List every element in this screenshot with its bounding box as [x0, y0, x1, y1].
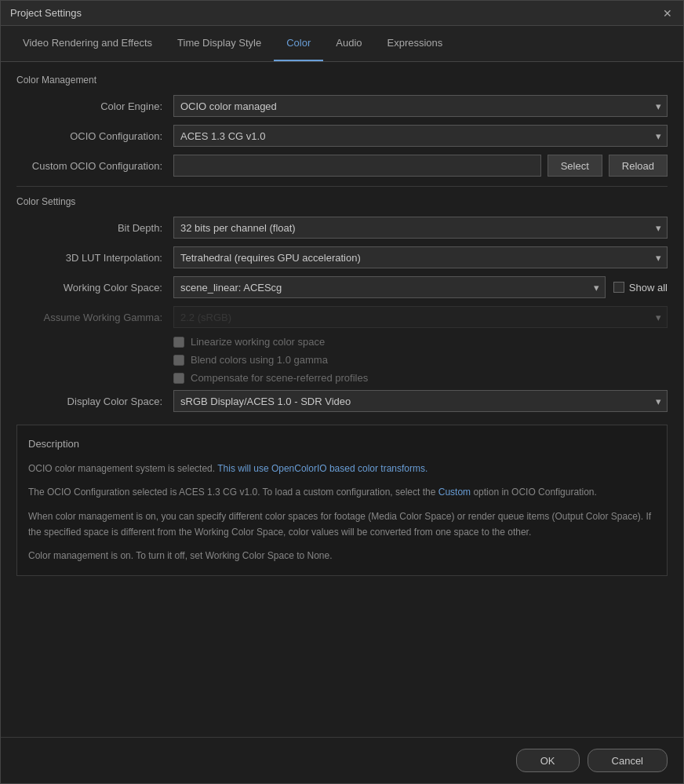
tab-video-rendering[interactable]: Video Rendering and Effects [10, 26, 165, 61]
tab-bar: Video Rendering and Effects Time Display… [1, 26, 683, 62]
lut-interpolation-row: 3D LUT Interpolation: Tetrahedral (requi… [16, 246, 668, 268]
description-p1: OCIO color management system is selected… [28, 461, 656, 476]
bit-depth-label: Bit Depth: [16, 222, 173, 234]
lut-interpolation-select[interactable]: Tetrahedral (requires GPU acceleration) [173, 246, 668, 268]
title-bar: Project Settings ✕ [1, 1, 683, 26]
section-divider-1 [16, 186, 668, 187]
working-color-inner-row: scene_linear: ACEScg Show all [173, 276, 668, 298]
show-all-label: Show all [629, 282, 668, 294]
linearize-checkbox-group: Linearize working color space [173, 336, 668, 348]
description-p1-normal: OCIO color management system is selected… [28, 463, 217, 474]
custom-ocio-input-row: Select Reload [173, 155, 668, 177]
reload-button[interactable]: Reload [609, 155, 668, 177]
description-box: Description OCIO color management system… [16, 425, 668, 576]
lut-interpolation-select-wrapper: Tetrahedral (requires GPU acceleration) [173, 246, 668, 268]
assume-gamma-row: Assume Working Gamma: 2.2 (sRGB) [16, 306, 668, 328]
working-color-space-label: Working Color Space: [16, 282, 173, 294]
assume-gamma-select[interactable]: 2.2 (sRGB) [173, 306, 668, 328]
content-area: Color Management Color Engine: OCIO colo… [1, 62, 683, 737]
custom-ocio-input[interactable] [173, 155, 541, 177]
display-color-space-control: sRGB Display/ACES 1.0 - SDR Video [173, 390, 668, 412]
working-color-space-select[interactable]: scene_linear: ACEScg [173, 276, 606, 298]
working-color-space-row: Working Color Space: scene_linear: ACESc… [16, 276, 668, 298]
show-all-container: Show all [613, 282, 668, 294]
assume-gamma-control: 2.2 (sRGB) [173, 306, 668, 328]
working-color-space-select-wrapper: scene_linear: ACEScg [173, 276, 606, 298]
color-engine-control: OCIO color managed [173, 95, 668, 117]
close-button[interactable]: ✕ [661, 7, 674, 20]
select-button[interactable]: Select [548, 155, 602, 177]
description-p3: When color management is on, you can spe… [28, 509, 656, 541]
color-engine-row: Color Engine: OCIO color managed [16, 95, 668, 117]
ocio-config-select[interactable]: ACES 1.3 CG v1.0 [173, 125, 668, 147]
blend-colors-label: Blend colors using 1.0 gamma [191, 354, 328, 366]
tab-time-display[interactable]: Time Display Style [165, 26, 274, 61]
assume-gamma-label: Assume Working Gamma: [16, 312, 173, 323]
lut-interpolation-control: Tetrahedral (requires GPU acceleration) [173, 246, 668, 268]
blend-colors-checkbox[interactable] [173, 355, 184, 366]
bit-depth-select[interactable]: 32 bits per channel (float) [173, 217, 668, 239]
description-p2: The OCIO Configuration selected is ACES … [28, 484, 656, 500]
custom-ocio-label: Custom OCIO Configuration: [16, 160, 173, 172]
color-engine-select[interactable]: OCIO color managed [173, 95, 668, 117]
compensate-checkbox[interactable] [173, 373, 184, 384]
ocio-config-control: ACES 1.3 CG v1.0 [173, 125, 668, 147]
cancel-button[interactable]: Cancel [588, 749, 668, 772]
description-p1-highlight: This will use OpenColorIO based color tr… [217, 463, 428, 474]
description-p4: Color management is on. To turn it off, … [28, 548, 656, 563]
display-color-space-select-wrapper: sRGB Display/ACES 1.0 - SDR Video [173, 390, 668, 412]
compensate-label: Compensate for scene-referred profiles [191, 372, 368, 384]
description-text: OCIO color management system is selected… [28, 461, 656, 564]
display-color-space-label: Display Color Space: [16, 396, 173, 407]
ok-button[interactable]: OK [516, 749, 580, 772]
description-p2-normal: The OCIO Configuration selected is ACES … [28, 487, 438, 498]
dialog-title: Project Settings [10, 7, 82, 19]
display-color-space-row: Display Color Space: sRGB Display/ACES 1… [16, 390, 668, 412]
color-engine-label: Color Engine: [16, 100, 173, 112]
blend-colors-checkbox-group: Blend colors using 1.0 gamma [173, 354, 668, 366]
custom-ocio-control: Select Reload [173, 155, 668, 177]
footer: OK Cancel [1, 737, 683, 783]
bit-depth-row: Bit Depth: 32 bits per channel (float) [16, 217, 668, 239]
color-settings-section-title: Color Settings [16, 196, 668, 207]
description-p2-normal2: option in OCIO Configuration. [471, 487, 597, 498]
bit-depth-control: 32 bits per channel (float) [173, 217, 668, 239]
description-title: Description [28, 436, 656, 453]
linearize-label: Linearize working color space [191, 336, 325, 348]
tab-expressions[interactable]: Expressions [375, 26, 456, 61]
color-engine-select-wrapper: OCIO color managed [173, 95, 668, 117]
assume-gamma-select-wrapper: 2.2 (sRGB) [173, 306, 668, 328]
ocio-config-row: OCIO Configuration: ACES 1.3 CG v1.0 [16, 125, 668, 147]
project-settings-dialog: Project Settings ✕ Video Rendering and E… [0, 0, 684, 784]
linearize-checkbox[interactable] [173, 337, 184, 348]
custom-ocio-row: Custom OCIO Configuration: Select Reload [16, 155, 668, 177]
tab-audio[interactable]: Audio [323, 26, 374, 61]
ocio-config-label: OCIO Configuration: [16, 130, 173, 142]
lut-interpolation-label: 3D LUT Interpolation: [16, 252, 173, 264]
tab-color[interactable]: Color [274, 26, 323, 61]
compensate-checkbox-group: Compensate for scene-referred profiles [173, 372, 668, 384]
show-all-checkbox[interactable] [613, 282, 624, 293]
working-color-space-control: scene_linear: ACEScg Show all [173, 276, 668, 298]
description-p2-highlight: Custom [438, 487, 471, 498]
display-color-space-select[interactable]: sRGB Display/ACES 1.0 - SDR Video [173, 390, 668, 412]
color-management-section-title: Color Management [16, 75, 668, 86]
ocio-config-select-wrapper: ACES 1.3 CG v1.0 [173, 125, 668, 147]
bit-depth-select-wrapper: 32 bits per channel (float) [173, 217, 668, 239]
